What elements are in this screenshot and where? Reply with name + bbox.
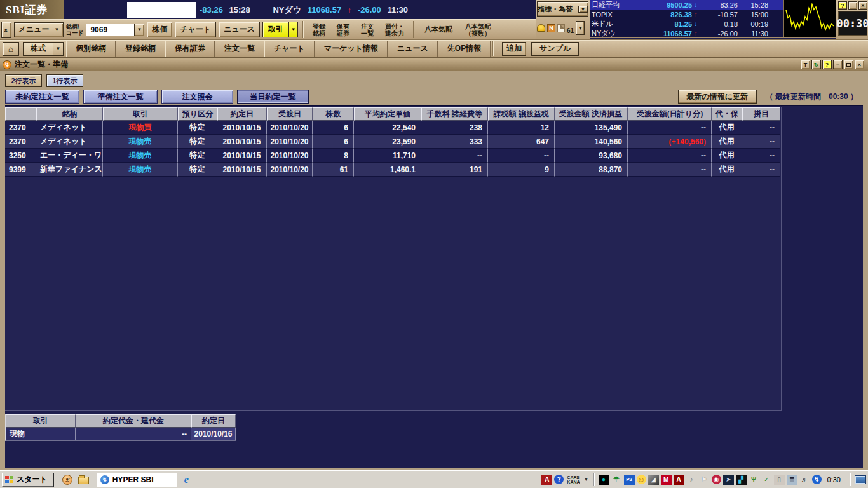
window-help-icon[interactable]: ?	[822, 60, 832, 69]
mcafee-icon[interactable]: M	[661, 475, 672, 485]
chevron-down-icon[interactable]: ▼	[288, 22, 298, 37]
ime-caps-kana-indicator[interactable]: CAPSKANA	[567, 475, 580, 484]
order-inquiry-tab[interactable]: 注文照会	[161, 90, 233, 104]
window-minimize-icon[interactable]: −	[833, 60, 843, 69]
ime-dropdown-icon[interactable]: ▼	[583, 475, 590, 485]
prepared-orders-tab[interactable]: 準備注文一覧	[83, 90, 158, 104]
plug-icon[interactable]: ▯	[774, 475, 785, 485]
tv-icon[interactable]: ▞	[736, 475, 747, 485]
internet-explorer-icon[interactable]: e	[184, 474, 189, 485]
bell-icon[interactable]	[537, 24, 545, 32]
news-icon[interactable]: N	[547, 24, 555, 32]
help-icon[interactable]: ?	[554, 475, 564, 484]
add-tab-button[interactable]: 追加	[502, 42, 526, 56]
registered-stocks-button[interactable]: 登録銘柄	[308, 23, 330, 37]
chevron-down-icon[interactable]: ▼	[578, 6, 588, 13]
one-row-display-button[interactable]: 1行表示	[46, 74, 83, 87]
hyper-sbi-task-button[interactable]: ↯ HYPER SBI	[97, 473, 177, 487]
eight-quote-button[interactable]: 八本気配	[419, 25, 458, 34]
chart-button[interactable]: チャート	[175, 22, 216, 37]
umbrella-icon[interactable]: ☂	[611, 475, 622, 485]
eight-quote-multi-button[interactable]: 八本気配（複数）	[461, 23, 495, 37]
col-tax: 課税額 譲渡益税	[488, 107, 555, 121]
tab-individual-stock[interactable]: 個別銘柄	[66, 41, 116, 57]
indicator-selector[interactable]: 指標・為替 ▼	[537, 1, 588, 17]
refresh-button[interactable]: 最新の情報に更新	[678, 90, 757, 104]
code-label: 銘柄/コード	[66, 24, 83, 36]
news-button[interactable]: ニュース	[219, 22, 260, 37]
control-strip: 2行表示 1行表示 未約定注文一覧 準備注文一覧 注文照会 当日約定一覧 最新の…	[0, 71, 868, 105]
quote-button[interactable]: 株価	[147, 22, 172, 37]
show-desktop-icon[interactable]	[855, 475, 866, 484]
atok-icon[interactable]: A	[541, 475, 552, 485]
alert-dropdown-icon[interactable]: ▼	[576, 21, 585, 35]
code-input[interactable]: 9069	[86, 24, 134, 36]
gray-app-icon[interactable]: ◢	[648, 475, 659, 485]
text-size-button[interactable]: T	[801, 60, 810, 69]
sample-button[interactable]: サンプル	[531, 42, 579, 56]
smiley-icon[interactable]: ☺	[637, 475, 646, 484]
tab-registered-stocks[interactable]: 登録銘柄	[116, 41, 165, 57]
tab-holdings[interactable]: 保有証券	[165, 41, 215, 57]
rocket-icon[interactable]: ➤	[723, 475, 734, 485]
buying-power-button[interactable]: 買付・建余力	[381, 23, 409, 37]
row-display-toggle: 2行表示 1行表示	[5, 74, 83, 87]
order-list-button[interactable]: 注文一覧	[356, 23, 378, 37]
flag-icon[interactable]: ⚑	[699, 475, 710, 485]
two-row-display-button[interactable]: 2行表示	[5, 74, 42, 87]
market-row-nikkei[interactable]: 日経平均 9500.25 ↓ -83.26 15:28	[590, 0, 783, 10]
tab-order-list[interactable]: 注文一覧	[215, 41, 264, 57]
holdings-button[interactable]: 保有証券	[332, 23, 354, 37]
chevron-down-icon[interactable]: ▼	[53, 43, 63, 55]
refresh-window-icon[interactable]: ↻	[811, 60, 821, 69]
market-row-topix[interactable]: TOPIX 826.38 ↑ -10.57 15:00	[590, 10, 783, 19]
home-icon[interactable]: ⌂	[3, 42, 19, 56]
unexecuted-orders-tab[interactable]: 未約定注文一覧	[5, 90, 79, 104]
table-row[interactable]: 9399 新華ファイナンス 現物売 特定 2010/10/15 2010/10/…	[5, 163, 780, 177]
table-row[interactable]: 2370 メディネット 現物買 特定 2010/10/15 2010/10/20…	[5, 121, 780, 135]
mini-chart[interactable]	[783, 0, 836, 38]
window-restore-icon[interactable]	[844, 60, 853, 69]
today-executions-tab[interactable]: 当日約定一覧	[237, 90, 309, 104]
network-icon[interactable]: ≣	[787, 475, 797, 485]
start-button[interactable]: スタート	[2, 473, 53, 487]
table-row[interactable]: 2370 メディネット 現物売 特定 2010/10/15 2010/10/20…	[5, 135, 780, 149]
menu-button[interactable]: メニュー ▼	[14, 22, 64, 37]
help-icon[interactable]: ?	[838, 1, 847, 10]
market-row-nydow[interactable]: NYダウ 11068.57 ↑ -26.00 11:30	[590, 29, 783, 38]
usb-safe-remove-icon[interactable]: ✓	[761, 475, 772, 485]
ticker-input[interactable]	[127, 2, 196, 18]
hyper-sbi-tray-icon[interactable]: ↯	[812, 475, 822, 484]
speaker-icon[interactable]: ♬	[799, 475, 810, 485]
wireless-icon[interactable]: Ψ	[749, 475, 759, 485]
index-time: 00:19	[738, 20, 768, 28]
tab-news[interactable]: ニュース	[388, 41, 438, 57]
trade-button[interactable]: 取引 ▼	[262, 22, 298, 37]
table-row[interactable]: 3250 エー・ディー・ワ 現物売 特定 2010/10/15 2010/10/…	[5, 149, 780, 163]
divider	[302, 21, 304, 38]
mascot-cat-icon[interactable]: ᵔᴥᵔ	[62, 475, 72, 485]
tab-market-info[interactable]: マーケット情報	[315, 41, 388, 57]
market-row-usd[interactable]: 米ドル 81.25 ↓ -0.18 00:19	[590, 19, 783, 29]
acrobat-icon[interactable]: A	[674, 475, 684, 485]
summary-row[interactable]: 現物 -- 2010/10/16	[6, 428, 236, 440]
chevron-down-icon[interactable]: ▼	[134, 24, 144, 36]
led-icon[interactable]: ●	[599, 475, 609, 485]
folder-icon[interactable]	[78, 477, 89, 484]
collapse-toolbar-button[interactable]: «	[1, 22, 11, 38]
index-time: 15:00	[738, 11, 768, 18]
bell-icon[interactable]: ♪	[686, 475, 697, 485]
tab-futures-op-info[interactable]: 先OP情報	[438, 41, 491, 57]
code-combobox[interactable]: 9069 ▼	[86, 24, 144, 36]
close-icon[interactable]: ×	[858, 1, 867, 10]
red-disc-icon[interactable]: ◉	[712, 475, 721, 484]
window-close-icon[interactable]: ×	[855, 60, 864, 69]
tab-chart[interactable]: チャート	[264, 41, 315, 57]
ticker-time: 15:28	[229, 5, 250, 15]
child-window-titlebar[interactable]: ↯ 注文一覧・準備 T ↻ ? − ×	[0, 57, 868, 71]
p2-icon[interactable]: P2	[624, 475, 635, 485]
memo-icon[interactable]	[557, 24, 565, 32]
minimize-icon[interactable]: ─	[848, 1, 857, 10]
stock-category-dropdown[interactable]: 株式 ▼	[23, 42, 64, 56]
summary-table-panel: 取引 約定代金・建代金 約定日 現物 -- 2010/10/16	[5, 414, 236, 441]
